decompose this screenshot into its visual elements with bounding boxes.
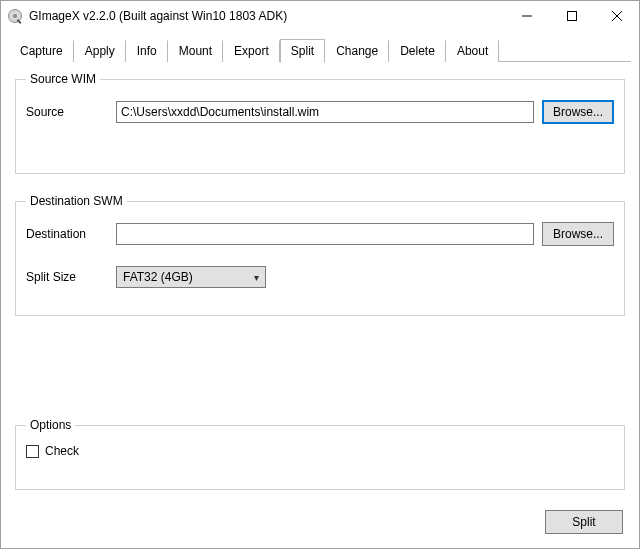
client-area: Source WIM Source Browse... Destination …	[1, 62, 639, 548]
app-icon	[7, 8, 23, 24]
tab-about[interactable]: About	[446, 40, 499, 62]
close-button[interactable]	[594, 1, 639, 31]
tab-delete[interactable]: Delete	[389, 40, 446, 62]
source-label: Source	[26, 105, 108, 119]
split-button[interactable]: Split	[545, 510, 623, 534]
source-row: Source Browse...	[26, 100, 614, 124]
group-source-legend: Source WIM	[26, 72, 100, 86]
group-options-legend: Options	[26, 418, 75, 432]
group-destination-swm: Destination SWM Destination Browse... Sp…	[15, 194, 625, 316]
source-browse-button[interactable]: Browse...	[542, 100, 614, 124]
check-label: Check	[45, 444, 79, 458]
destination-browse-button[interactable]: Browse...	[542, 222, 614, 246]
destination-input[interactable]	[116, 223, 534, 245]
tab-change[interactable]: Change	[325, 40, 389, 62]
split-size-label: Split Size	[26, 270, 108, 284]
source-input[interactable]	[116, 101, 534, 123]
window-title: GImageX v2.2.0 (Built against Win10 1803…	[29, 9, 504, 23]
tab-info[interactable]: Info	[126, 40, 168, 62]
minimize-button[interactable]	[504, 1, 549, 31]
svg-rect-4	[567, 12, 576, 21]
destination-row: Destination Browse...	[26, 222, 614, 246]
group-dest-legend: Destination SWM	[26, 194, 127, 208]
tab-capture[interactable]: Capture	[9, 40, 74, 62]
tab-split[interactable]: Split	[280, 39, 325, 63]
split-size-row: Split Size FAT32 (4GB) ▾	[26, 266, 614, 288]
window-controls	[504, 1, 639, 31]
check-row: Check	[26, 444, 614, 458]
tab-export[interactable]: Export	[223, 40, 280, 62]
tab-mount[interactable]: Mount	[168, 40, 223, 62]
titlebar: GImageX v2.2.0 (Built against Win10 1803…	[1, 1, 639, 31]
tab-apply[interactable]: Apply	[74, 40, 126, 62]
destination-label: Destination	[26, 227, 108, 241]
group-source-wim: Source WIM Source Browse...	[15, 72, 625, 174]
chevron-down-icon: ▾	[254, 272, 259, 283]
footer-row: Split	[15, 510, 625, 534]
group-options: Options Check	[15, 418, 625, 490]
spacer	[15, 336, 625, 398]
tab-strip: CaptureApplyInfoMountExportSplitChangeDe…	[1, 31, 639, 62]
app-window: GImageX v2.2.0 (Built against Win10 1803…	[0, 0, 640, 549]
split-size-select[interactable]: FAT32 (4GB) ▾	[116, 266, 266, 288]
svg-point-1	[13, 14, 17, 18]
split-size-value: FAT32 (4GB)	[123, 270, 193, 284]
maximize-button[interactable]	[549, 1, 594, 31]
check-checkbox[interactable]	[26, 445, 39, 458]
